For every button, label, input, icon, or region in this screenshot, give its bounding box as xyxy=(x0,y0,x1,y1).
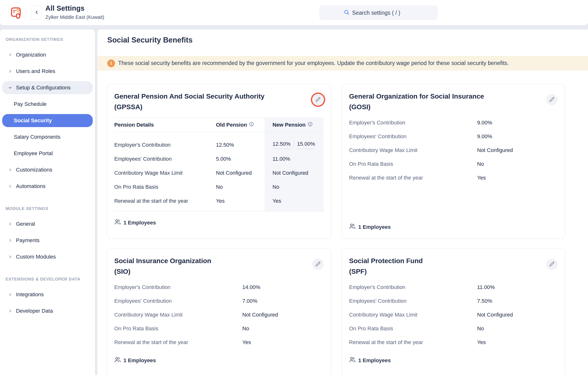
sidebar-item-setup-configurations[interactable]: Setup & Configurations xyxy=(2,81,93,94)
old-pension-value: Not Configured xyxy=(212,170,264,176)
detail-row: Employees' Contribution9.00% xyxy=(349,129,557,143)
users-icon xyxy=(114,219,121,227)
page-header-title: All Settings xyxy=(45,4,104,12)
info-banner: i These social security benefits are rec… xyxy=(97,56,588,71)
new-pension-current[interactable]: 12.50% xyxy=(273,141,291,149)
card-title-line1: General Organization for Social Insuranc… xyxy=(349,93,484,100)
search-input[interactable] xyxy=(352,10,414,16)
row-value: Not Configured xyxy=(477,147,557,153)
chevron-right-icon xyxy=(8,167,13,172)
detail-row: Contributory Wage Max LimitNot Configure… xyxy=(114,308,324,321)
sidebar-item-pay-schedule[interactable]: Pay Schedule xyxy=(2,98,93,111)
detail-row: Employer's Contribution14.00% xyxy=(114,280,324,294)
old-pension-value: No xyxy=(212,184,264,190)
organization-name: Zylker Middle East (Kuwait) xyxy=(45,14,104,20)
card-title-line1: General Pension And Social Security Auth… xyxy=(114,93,264,100)
sidebar-item-custom-modules[interactable]: Custom Modules xyxy=(2,250,93,263)
row-label: Renewal at the start of the year xyxy=(114,339,242,345)
card-title-line2: (GPSSA) xyxy=(114,103,143,111)
row-label: On Pro Rata Basis xyxy=(114,184,212,190)
card-gpssa: General Pension And Social Security Auth… xyxy=(107,84,331,238)
pencil-icon xyxy=(549,97,554,103)
row-label: Employees' Contribution xyxy=(114,156,212,162)
info-circle-icon[interactable] xyxy=(308,122,313,128)
sidebar-item-customizations[interactable]: Customizations xyxy=(2,163,93,176)
table-row: Renewal at the start of the year Yes Yes xyxy=(114,194,324,208)
edit-gpssa-button[interactable] xyxy=(312,94,324,105)
chevron-right-icon xyxy=(8,292,13,297)
row-label: Contributory Wage Max Limit xyxy=(349,312,477,318)
row-value: 11.00% xyxy=(477,284,557,290)
row-label: Employer's Contribution xyxy=(349,120,477,126)
new-pension-updated[interactable]: 15.00% xyxy=(297,141,315,149)
sidebar-item-label: Custom Modules xyxy=(16,254,56,260)
back-button[interactable] xyxy=(31,6,42,20)
section-organization-settings: ORGANIZATION SETTINGS xyxy=(6,37,95,42)
old-pension-value: 12.50% xyxy=(212,142,264,148)
card-spf-title: Social Protection Fund (SPF) xyxy=(349,256,423,277)
row-label: On Pro Rata Basis xyxy=(114,325,242,332)
row-label: Renewal at the start of the year xyxy=(349,339,477,345)
sidebar-item-label: Automations xyxy=(16,183,45,189)
detail-row: Contributory Wage Max LimitNot Configure… xyxy=(349,143,557,157)
users-icon xyxy=(349,223,356,231)
row-label: Employees' Contribution xyxy=(114,298,242,304)
row-value: No xyxy=(477,161,557,167)
sidebar-item-organization[interactable]: Organization xyxy=(2,48,93,61)
row-value: 14.00% xyxy=(242,284,324,290)
sidebar-item-salary-components[interactable]: Salary Components xyxy=(2,130,93,143)
edit-sio-button[interactable] xyxy=(312,258,324,270)
sidebar-item-label: Employee Portal xyxy=(14,150,53,157)
sidebar-item-general[interactable]: General xyxy=(2,217,93,231)
detail-row: On Pro Rata BasisNo xyxy=(114,321,324,335)
chevron-right-icon xyxy=(8,52,13,57)
card-spf-header: Social Protection Fund (SPF) xyxy=(349,256,557,277)
column-new-pension: New Pension xyxy=(264,122,324,128)
card-title-line1: Social Protection Fund xyxy=(349,257,423,265)
section-module-settings: MODULE SETTINGS xyxy=(6,206,95,211)
sidebar-item-payments[interactable]: Payments xyxy=(2,234,93,247)
chevron-right-icon xyxy=(8,308,13,314)
row-value: Yes xyxy=(477,339,557,345)
info-circle-icon[interactable] xyxy=(249,122,254,128)
header-divider xyxy=(25,7,25,19)
sidebar-item-social-security[interactable]: Social Security xyxy=(2,114,93,127)
sidebar-item-label: Salary Components xyxy=(14,134,60,140)
users-icon xyxy=(349,356,356,364)
row-value: Yes xyxy=(477,175,557,181)
sidebar-item-users-and-roles[interactable]: Users and Roles xyxy=(2,65,93,78)
row-value: Not Configured xyxy=(242,312,324,318)
detail-row: Renewal at the start of the yearYes xyxy=(349,335,557,349)
row-label: Employer's Contribution xyxy=(114,284,242,290)
chevron-left-icon xyxy=(34,10,39,16)
table-row: Employees' Contribution 5.00% 11.00% xyxy=(114,152,324,166)
search-settings-bar[interactable] xyxy=(319,6,438,20)
employees-count: 1 Employees xyxy=(349,356,557,364)
sidebar-item-developer-data[interactable]: Developer Data xyxy=(2,304,93,318)
row-label: Employees' Contribution xyxy=(349,298,477,304)
edit-spf-button[interactable] xyxy=(546,258,557,270)
info-icon: i xyxy=(107,59,115,67)
new-pension-value: Yes xyxy=(264,198,324,204)
sidebar-item-label: Setup & Configurations xyxy=(16,85,71,91)
column-old-pension: Old Pension xyxy=(212,122,264,128)
row-label: Renewal at the start of the year xyxy=(349,175,477,181)
card-title-line2: (GOSI) xyxy=(349,103,371,111)
sidebar-item-integrations[interactable]: Integrations xyxy=(2,288,93,301)
detail-row: Contributory Wage Max LimitNot Configure… xyxy=(349,308,557,321)
sidebar-item-label: Pay Schedule xyxy=(14,101,47,107)
edit-gosi-button[interactable] xyxy=(546,94,557,105)
detail-row: Renewal at the start of the yearYes xyxy=(114,335,324,349)
row-value: 7.00% xyxy=(242,298,324,304)
sidebar-item-employee-portal[interactable]: Employee Portal xyxy=(2,147,93,160)
payroll-app-logo-icon[interactable] xyxy=(11,7,23,19)
section-extensions-developer-data: EXTENSIONS & DEVELOPER DATA xyxy=(6,277,95,282)
card-sio: Social Insurance Organization (SIO) Empl… xyxy=(107,248,331,375)
search-icon xyxy=(344,9,350,16)
sidebar-item-label: Payments xyxy=(16,237,40,244)
row-value: 9.00% xyxy=(477,133,557,140)
card-gpssa-title: General Pension And Social Security Auth… xyxy=(114,91,264,112)
card-gosi: General Organization for Social Insuranc… xyxy=(342,84,565,238)
sidebar-item-automations[interactable]: Automations xyxy=(2,180,93,193)
main-content-panel: Social Security Benefits i These social … xyxy=(97,30,588,375)
